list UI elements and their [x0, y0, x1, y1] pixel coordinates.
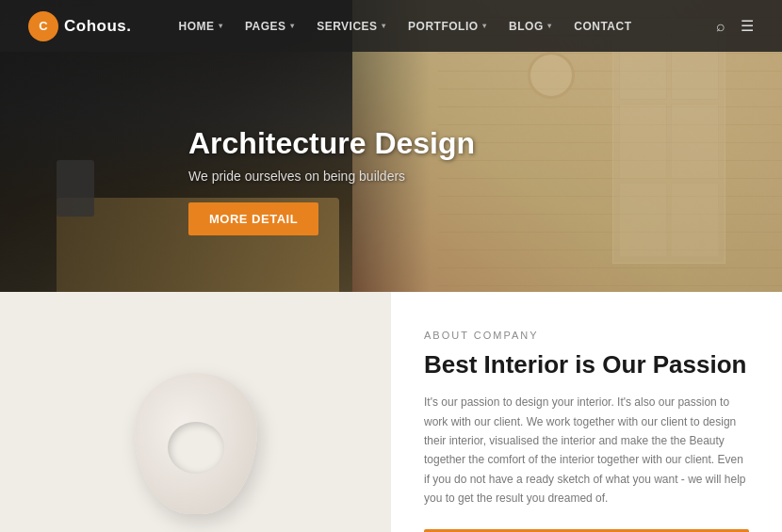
logo-icon: C [28, 11, 58, 41]
search-icon[interactable]: ⌕ [716, 18, 725, 35]
nav-item-blog[interactable]: BLOG ▾ [499, 14, 561, 39]
hero-content: Architecture Design We pride ourselves o… [188, 126, 475, 235]
nav-item-pages[interactable]: PAGES ▾ [236, 14, 303, 39]
hero-title: Architecture Design [188, 126, 475, 161]
about-title: Best Interior is Our Passion [424, 350, 749, 379]
chevron-down-icon: ▾ [219, 22, 223, 30]
nav-item-portfolio[interactable]: PORTFOLIO ▾ [399, 14, 496, 39]
chevron-down-icon: ▾ [382, 22, 386, 30]
about-section: ABOUT COMPANY Best Interior is Our Passi… [0, 292, 782, 532]
about-cta-button[interactable]: More Detail [424, 529, 749, 532]
hero-subtitle: We pride ourselves on being builders [188, 169, 475, 184]
kitchen-faucet [57, 160, 94, 217]
nav-item-services[interactable]: SERVICES ▾ [307, 14, 395, 39]
nav-links: HOME ▾ PAGES ▾ SERVICES ▾ PORTFOLIO ▾ BL… [170, 14, 717, 39]
mirror-decoration [528, 52, 575, 99]
logo-text: Cohous. [64, 17, 132, 36]
chevron-down-icon: ▾ [482, 22, 487, 30]
chevron-down-icon: ▾ [547, 22, 552, 30]
nav-item-contact[interactable]: CONTACT [564, 14, 641, 39]
about-image [0, 292, 391, 532]
shelf-unit [612, 19, 725, 264]
vase-shape [135, 373, 257, 514]
about-content: ABOUT COMPANY Best Interior is Our Passi… [391, 292, 782, 532]
vase-decoration [102, 340, 290, 532]
nav-item-home[interactable]: HOME ▾ [170, 14, 233, 39]
about-body: It's our passion to design your interior… [424, 393, 749, 508]
navbar: C Cohous. HOME ▾ PAGES ▾ SERVICES ▾ PORT… [0, 0, 782, 52]
menu-icon[interactable]: ☰ [741, 17, 754, 35]
vase-hole [168, 422, 224, 474]
hero-cta-button[interactable]: More Detail [188, 202, 318, 235]
nav-right: ⌕ ☰ [716, 17, 754, 35]
about-label: ABOUT COMPANY [424, 330, 749, 341]
logo[interactable]: C Cohous. [28, 11, 132, 41]
chevron-down-icon: ▾ [290, 22, 295, 30]
